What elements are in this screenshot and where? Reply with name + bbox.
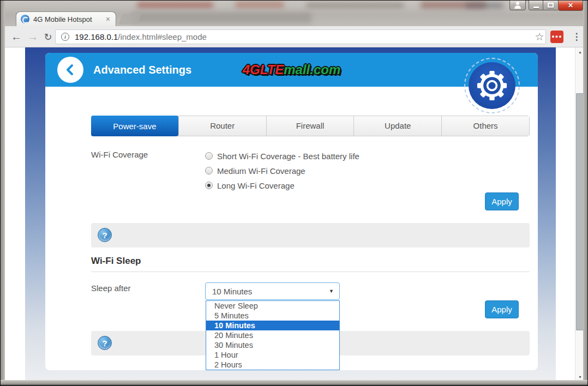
chevron-left-icon	[63, 63, 77, 77]
apply-coverage-button[interactable]: Apply	[485, 192, 519, 210]
reload-icon[interactable]: ↻	[41, 26, 55, 47]
radio-option-short-coverage[interactable]: Short Wi-Fi Coverage - Best battery life	[205, 150, 359, 161]
tab-favicon-icon	[21, 15, 29, 23]
dropdown-option-10-minutes[interactable]: 10 Minutes	[206, 321, 339, 330]
background-blur-blob	[235, 2, 284, 8]
extension-dots-icon: ●●●	[551, 34, 562, 39]
browser-menu-icon[interactable]: ⋮	[570, 26, 583, 47]
radio-label: Medium Wi-Fi Coverage	[217, 166, 305, 176]
brand-logo: 4GLTEmall.com	[243, 53, 341, 87]
maximize-icon	[548, 3, 554, 8]
dropdown-option-2-hours[interactable]: 2 Hours	[206, 360, 339, 370]
page-info-icon[interactable]: i	[61, 33, 69, 41]
url-host: 192.168.0.1	[75, 32, 118, 41]
radio-icon[interactable]	[205, 152, 213, 160]
gear-icon	[469, 62, 515, 109]
sleep-after-label: Sleep after	[91, 284, 131, 293]
logo-part1: 4GLTE	[243, 62, 284, 77]
window-frame-bottom	[1, 380, 588, 385]
chevron-down-icon: ▼	[329, 288, 334, 294]
radio-label: Long Wi-Fi Coverage	[217, 181, 295, 190]
back-icon[interactable]: ←	[9, 26, 23, 47]
tab-router[interactable]: Router	[178, 116, 266, 136]
sleep-after-select[interactable]: 10 Minutes ▼	[205, 282, 340, 300]
person-icon	[514, 2, 521, 9]
help-icon[interactable]: ?	[98, 228, 112, 242]
dropdown-option-5-minutes[interactable]: 5 Minutes	[206, 311, 339, 321]
background-blur-blob	[131, 13, 311, 23]
back-button[interactable]	[57, 57, 83, 83]
radio-icon[interactable]	[205, 167, 213, 174]
maximize-button[interactable]	[543, 1, 558, 10]
url-text[interactable]: 192.168.0.1/index.html#sleep_mode	[75, 32, 207, 41]
minimize-button[interactable]	[529, 1, 543, 10]
page-viewport: Advanced Settings 4GLTEmall.com	[5, 47, 584, 381]
minimize-icon	[533, 7, 539, 8]
url-path: /index.html#sleep_mode	[118, 32, 207, 41]
window-titlebar: 4G Mobile Hotspot × ✕	[1, 1, 588, 26]
dropdown-option-20-minutes[interactable]: 20 Minutes	[206, 330, 339, 340]
sleep-after-dropdown-list: Never Sleep 5 Minutes 10 Minutes 20 Minu…	[206, 300, 340, 370]
settings-gear-badge	[464, 58, 520, 113]
help-band-coverage: ?	[91, 223, 530, 248]
background-blur-blob	[137, 2, 213, 8]
dropdown-option-30-minutes[interactable]: 30 Minutes	[206, 340, 339, 350]
forward-icon: →	[26, 26, 40, 47]
radio-option-medium-coverage[interactable]: Medium Wi-Fi Coverage	[205, 165, 305, 176]
logo-part2: mall.com	[284, 62, 340, 77]
tab-power-save[interactable]: Power-save	[91, 116, 178, 136]
background-blur-blob	[465, 3, 503, 8]
wifi-sleep-heading: Wi-Fi Sleep	[91, 256, 530, 272]
close-window-button[interactable]: ✕	[558, 1, 583, 11]
tab-close-icon[interactable]: ×	[105, 15, 111, 23]
browser-toolbar: ← → ↻ i 192.168.0.1/index.html#sleep_mod…	[5, 26, 584, 47]
bookmark-star-icon[interactable]: ☆	[532, 26, 547, 47]
tab-update[interactable]: Update	[353, 116, 441, 136]
window-frame-left	[1, 1, 5, 386]
close-icon: ✕	[568, 2, 573, 9]
tab-title: 4G Mobile Hotspot	[33, 15, 105, 23]
wifi-coverage-label: Wi-Fi Coverage	[91, 150, 148, 159]
radio-icon-selected[interactable]	[205, 182, 213, 189]
help-icon[interactable]: ?	[98, 336, 112, 350]
settings-card: Advanced Settings 4GLTEmall.com	[45, 53, 538, 370]
background-blur-blob	[306, 3, 404, 8]
dropdown-option-1-hour[interactable]: 1 Hour	[206, 350, 339, 360]
screenshot-root: 4G Mobile Hotspot × ✕ ← → ↻ i 192.168.0.…	[0, 0, 588, 386]
radio-label: Short Wi-Fi Coverage - Best battery life	[217, 152, 359, 161]
url-bar[interactable]: i 192.168.0.1/index.html#sleep_mode	[55, 29, 546, 44]
settings-tabbar: Power-save Router Firewall Update Others	[91, 116, 530, 136]
select-value: 10 Minutes	[212, 287, 329, 296]
tab-others[interactable]: Others	[441, 116, 529, 136]
window-frame-right	[583, 1, 587, 386]
tab-firewall[interactable]: Firewall	[266, 116, 354, 136]
profile-button[interactable]	[509, 1, 526, 10]
browser-tab[interactable]: 4G Mobile Hotspot ×	[16, 11, 116, 26]
dropdown-option-never-sleep[interactable]: Never Sleep	[206, 301, 339, 311]
apply-sleep-button[interactable]: Apply	[485, 300, 519, 318]
radio-option-long-coverage[interactable]: Long Wi-Fi Coverage	[205, 180, 295, 191]
page-title: Advanced Settings	[93, 53, 191, 87]
extension-button[interactable]: ●●●	[550, 31, 563, 43]
